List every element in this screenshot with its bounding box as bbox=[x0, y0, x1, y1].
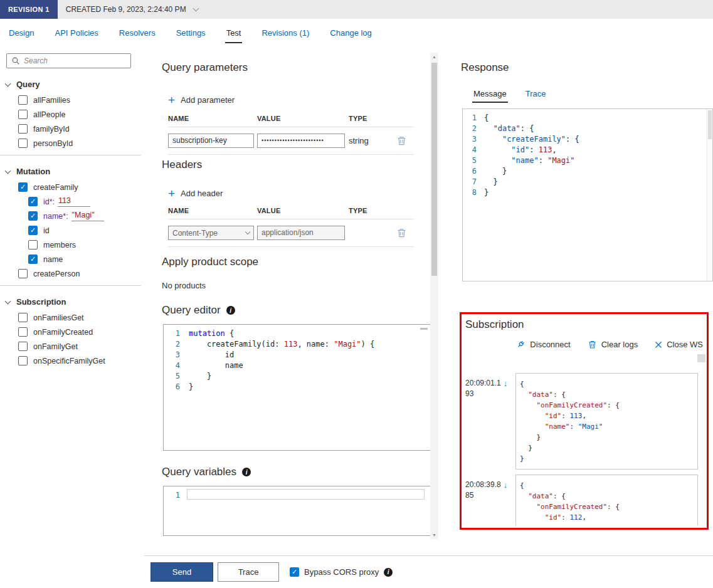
section-header-query[interactable]: Query bbox=[0, 75, 144, 93]
schema-field-row[interactable]: onFamilyCreated bbox=[0, 325, 144, 339]
header-name-select[interactable]: Content-Type bbox=[168, 226, 254, 240]
field-checkbox[interactable] bbox=[18, 269, 28, 278]
field-checkbox[interactable] bbox=[28, 226, 38, 235]
field-value-input[interactable]: "Magi" bbox=[71, 211, 104, 221]
field-checkbox[interactable] bbox=[28, 255, 38, 264]
bypass-cors-option: Bypass CORS proxy bbox=[290, 567, 393, 577]
response-scrollbar[interactable] bbox=[707, 109, 712, 281]
schema-field-row[interactable]: name bbox=[0, 252, 144, 266]
schema-field-row[interactable]: createFamily bbox=[0, 180, 144, 194]
field-label: onSpecificFamilyGet bbox=[33, 357, 105, 365]
tab[interactable]: Settings bbox=[176, 19, 206, 46]
field-label: createPerson bbox=[33, 270, 80, 278]
query-variables-editor[interactable]: 1 bbox=[163, 486, 430, 536]
tab[interactable]: Design bbox=[9, 19, 34, 46]
tab[interactable]: Test bbox=[226, 19, 241, 46]
schema-field-row[interactable]: id bbox=[0, 223, 144, 238]
query-editor[interactable]: 123456 mutation { createFamily(id: 113, … bbox=[163, 324, 430, 451]
field-label: members bbox=[43, 241, 76, 249]
trash-icon bbox=[588, 340, 597, 349]
section-header-mutation[interactable]: Mutation bbox=[0, 162, 144, 180]
field-value-input[interactable]: 113 bbox=[58, 196, 90, 207]
query-field-list: allFamilies allPeople familyById bbox=[0, 93, 144, 150]
response-tab[interactable]: Trace bbox=[526, 87, 546, 105]
tab[interactable]: API Policies bbox=[55, 19, 98, 46]
schema-field-row[interactable]: allFamilies bbox=[0, 93, 144, 107]
search-input[interactable] bbox=[24, 56, 126, 65]
arrow-down-icon[interactable] bbox=[504, 378, 508, 470]
section-label: Mutation bbox=[16, 167, 50, 176]
response-message-viewer[interactable]: 12345678 { "data": { "createFamily": { "… bbox=[462, 108, 713, 281]
schema-field-row[interactable]: id*: 113 bbox=[0, 194, 144, 209]
tab[interactable]: Revisions (1) bbox=[261, 19, 309, 46]
tab-label: Change log bbox=[330, 28, 372, 38]
field-checkbox[interactable] bbox=[28, 211, 38, 221]
arrow-down-icon[interactable] bbox=[504, 480, 508, 525]
schema-field-row[interactable]: personById bbox=[0, 136, 144, 150]
field-checkbox[interactable] bbox=[18, 110, 28, 119]
scrollbar-thumb[interactable] bbox=[431, 63, 437, 276]
info-icon[interactable] bbox=[226, 306, 235, 315]
chevron-down-icon bbox=[5, 80, 11, 87]
column-name: NAME bbox=[168, 115, 257, 122]
param-type: string bbox=[349, 136, 396, 145]
info-icon[interactable] bbox=[384, 568, 393, 577]
send-button[interactable]: Send bbox=[151, 562, 213, 582]
column-actions bbox=[396, 115, 414, 122]
field-checkbox[interactable] bbox=[18, 356, 28, 365]
schema-field-row[interactable]: onFamilyGet bbox=[0, 339, 144, 354]
section-header-subscription[interactable]: Subscription bbox=[0, 292, 144, 310]
tab[interactable]: Change log bbox=[330, 19, 372, 46]
clear-logs-button[interactable]: Clear logs bbox=[588, 340, 638, 349]
tab[interactable]: Resolvers bbox=[119, 19, 156, 46]
column-value: VALUE bbox=[257, 115, 349, 122]
bypass-cors-checkbox[interactable] bbox=[290, 567, 299, 577]
empty-line-field[interactable] bbox=[187, 489, 425, 500]
add-parameter-button[interactable]: Add parameter bbox=[168, 95, 430, 105]
trash-icon[interactable] bbox=[396, 135, 408, 147]
log-message-json: { "data": { "onFamilyCreated": { "id": 1… bbox=[515, 475, 698, 525]
field-label: onFamilyCreated bbox=[33, 328, 93, 337]
query-editor-code[interactable]: mutation { createFamily(id: 113, name: "… bbox=[186, 325, 430, 450]
info-icon[interactable] bbox=[242, 468, 251, 476]
field-checkbox[interactable] bbox=[18, 124, 28, 134]
scroll-down-arrow-icon[interactable] bbox=[430, 533, 438, 537]
field-checkbox[interactable] bbox=[18, 313, 28, 322]
field-checkbox[interactable] bbox=[18, 139, 28, 148]
add-header-button[interactable]: Add header bbox=[168, 189, 430, 198]
schema-field-row[interactable]: allPeople bbox=[0, 107, 144, 122]
selected-option: Content-Type bbox=[172, 229, 218, 238]
response-tab[interactable]: Message bbox=[473, 87, 507, 105]
scroll-up-arrow-icon[interactable] bbox=[430, 55, 438, 59]
schema-field-row[interactable]: familyById bbox=[0, 122, 144, 136]
schema-field-row[interactable]: members bbox=[0, 238, 144, 252]
created-timestamp: CREATED Feb 9, 2023, 2:24:40 PM bbox=[66, 5, 186, 14]
scrollbar-thumb[interactable] bbox=[420, 328, 428, 330]
close-ws-button[interactable]: Close WS bbox=[655, 340, 703, 349]
revision-bar: REVISION 1 CREATED Feb 9, 2023, 2:24:40 … bbox=[0, 0, 713, 19]
request-panel-scrollbar[interactable] bbox=[430, 53, 438, 539]
field-checkbox[interactable] bbox=[28, 240, 38, 249]
add-parameter-label: Add parameter bbox=[181, 95, 235, 105]
param-name-input[interactable]: subscription-key bbox=[168, 134, 254, 148]
param-row: subscription-key •••••••••••••••••••••••… bbox=[168, 127, 414, 155]
disconnect-button[interactable]: Disconnect bbox=[516, 340, 570, 349]
schema-field-row[interactable]: createPerson bbox=[0, 266, 144, 281]
schema-field-row[interactable]: onSpecificFamilyGet bbox=[0, 354, 144, 368]
scrollbar-thumb[interactable] bbox=[697, 354, 705, 362]
trash-icon[interactable] bbox=[396, 228, 408, 239]
trace-button[interactable]: Trace bbox=[218, 562, 279, 582]
chevron-down-icon[interactable] bbox=[193, 5, 199, 11]
field-checkbox[interactable] bbox=[18, 342, 28, 351]
field-checkbox[interactable] bbox=[18, 95, 28, 105]
schema-field-row[interactable]: onFamiliesGet bbox=[0, 310, 144, 325]
field-checkbox[interactable] bbox=[18, 327, 28, 337]
tab-label: Trace bbox=[526, 89, 546, 98]
schema-field-row[interactable]: name*: "Magi" bbox=[0, 209, 144, 223]
search-box[interactable] bbox=[6, 53, 131, 68]
field-checkbox[interactable] bbox=[18, 182, 28, 192]
header-value-input[interactable]: application/json bbox=[257, 226, 345, 240]
field-checkbox[interactable] bbox=[28, 197, 38, 206]
param-value-input[interactable]: •••••••••••••••••••••••• bbox=[257, 134, 345, 148]
chevron-down-icon bbox=[245, 229, 250, 234]
